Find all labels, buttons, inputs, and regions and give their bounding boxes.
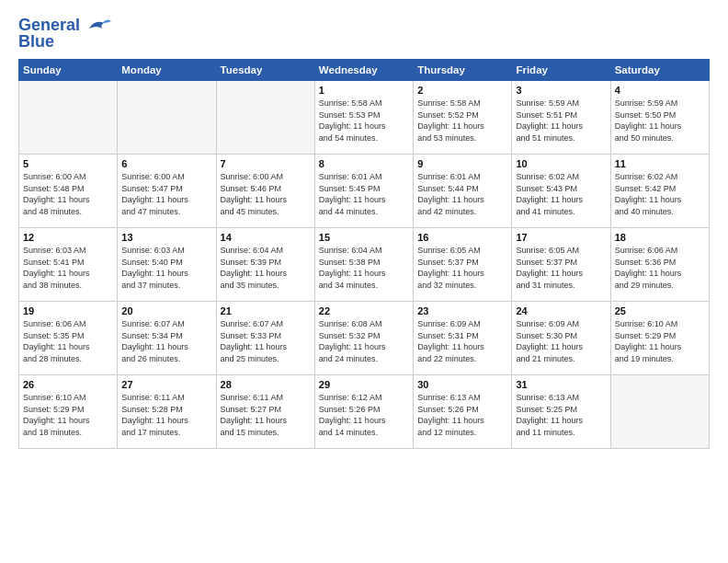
calendar-cell: 19Sunrise: 6:06 AM Sunset: 5:35 PM Dayli… [19, 302, 118, 375]
calendar-cell: 23Sunrise: 6:09 AM Sunset: 5:31 PM Dayli… [414, 302, 512, 375]
day-info: Sunrise: 6:11 AM Sunset: 5:27 PM Dayligh… [221, 392, 311, 438]
weekday-header: Friday [512, 60, 610, 81]
logo-bird-icon [82, 16, 111, 41]
calendar-week-row: 5Sunrise: 6:00 AM Sunset: 5:48 PM Daylig… [19, 155, 710, 228]
calendar-cell: 30Sunrise: 6:13 AM Sunset: 5:26 PM Dayli… [414, 375, 512, 449]
day-number: 21 [221, 305, 311, 316]
calendar-cell: 8Sunrise: 6:01 AM Sunset: 5:45 PM Daylig… [314, 155, 413, 228]
calendar-cell: 22Sunrise: 6:08 AM Sunset: 5:32 PM Dayli… [314, 302, 413, 375]
weekday-header: Saturday [610, 60, 709, 81]
day-number: 8 [319, 158, 409, 169]
calendar-cell: 29Sunrise: 6:12 AM Sunset: 5:26 PM Dayli… [314, 375, 413, 449]
day-info: Sunrise: 6:01 AM Sunset: 5:45 PM Dayligh… [319, 171, 409, 217]
day-number: 25 [615, 305, 705, 316]
day-info: Sunrise: 6:00 AM Sunset: 5:48 PM Dayligh… [23, 171, 113, 217]
logo-blue: Blue [18, 32, 54, 51]
day-info: Sunrise: 6:03 AM Sunset: 5:41 PM Dayligh… [23, 245, 113, 291]
day-number: 17 [516, 232, 606, 243]
day-number: 19 [23, 305, 113, 316]
day-number: 9 [417, 158, 507, 169]
calendar-cell: 28Sunrise: 6:11 AM Sunset: 5:27 PM Dayli… [216, 375, 314, 449]
weekday-header: Sunday [19, 60, 118, 81]
day-number: 5 [23, 158, 113, 169]
day-number: 11 [615, 158, 705, 169]
day-info: Sunrise: 6:05 AM Sunset: 5:37 PM Dayligh… [417, 245, 507, 291]
calendar-cell: 24Sunrise: 6:09 AM Sunset: 5:30 PM Dayli… [512, 302, 610, 375]
day-info: Sunrise: 6:00 AM Sunset: 5:46 PM Dayligh… [221, 171, 311, 217]
calendar-cell: 3Sunrise: 5:59 AM Sunset: 5:51 PM Daylig… [512, 81, 610, 155]
day-number: 12 [23, 232, 113, 243]
day-info: Sunrise: 6:08 AM Sunset: 5:32 PM Dayligh… [319, 318, 409, 364]
day-number: 27 [121, 379, 211, 390]
logo-text: General Blue [18, 17, 80, 50]
day-info: Sunrise: 6:04 AM Sunset: 5:39 PM Dayligh… [221, 245, 311, 291]
calendar-cell: 20Sunrise: 6:07 AM Sunset: 5:34 PM Dayli… [118, 302, 216, 375]
calendar-week-row: 19Sunrise: 6:06 AM Sunset: 5:35 PM Dayli… [19, 302, 710, 375]
day-number: 6 [121, 158, 211, 169]
day-number: 22 [319, 305, 409, 316]
day-info: Sunrise: 6:02 AM Sunset: 5:43 PM Dayligh… [516, 171, 606, 217]
day-info: Sunrise: 5:58 AM Sunset: 5:53 PM Dayligh… [319, 98, 409, 144]
day-info: Sunrise: 6:07 AM Sunset: 5:34 PM Dayligh… [121, 318, 211, 364]
day-info: Sunrise: 6:13 AM Sunset: 5:26 PM Dayligh… [417, 392, 507, 438]
calendar-cell [610, 375, 709, 449]
logo-general: General [18, 16, 80, 34]
day-info: Sunrise: 6:00 AM Sunset: 5:47 PM Dayligh… [121, 171, 211, 217]
calendar-cell: 13Sunrise: 6:03 AM Sunset: 5:40 PM Dayli… [118, 228, 216, 302]
day-number: 15 [319, 232, 409, 243]
calendar-cell: 11Sunrise: 6:02 AM Sunset: 5:42 PM Dayli… [610, 155, 709, 228]
calendar-cell [19, 81, 118, 155]
day-number: 16 [417, 232, 507, 243]
calendar-header-row: SundayMondayTuesdayWednesdayThursdayFrid… [19, 60, 710, 81]
day-number: 26 [23, 379, 113, 390]
calendar-cell: 16Sunrise: 6:05 AM Sunset: 5:37 PM Dayli… [414, 228, 512, 302]
calendar-table: SundayMondayTuesdayWednesdayThursdayFrid… [18, 59, 710, 449]
calendar-cell: 10Sunrise: 6:02 AM Sunset: 5:43 PM Dayli… [512, 155, 610, 228]
day-number: 14 [221, 232, 311, 243]
day-info: Sunrise: 6:02 AM Sunset: 5:42 PM Dayligh… [615, 171, 705, 217]
day-number: 24 [516, 305, 606, 316]
day-number: 18 [615, 232, 705, 243]
weekday-header: Wednesday [314, 60, 413, 81]
day-info: Sunrise: 5:58 AM Sunset: 5:52 PM Dayligh… [417, 98, 507, 144]
calendar-cell: 18Sunrise: 6:06 AM Sunset: 5:36 PM Dayli… [610, 228, 709, 302]
day-number: 7 [221, 158, 311, 169]
day-number: 3 [516, 85, 606, 96]
day-info: Sunrise: 6:10 AM Sunset: 5:29 PM Dayligh… [615, 318, 705, 364]
day-number: 29 [319, 379, 409, 390]
day-info: Sunrise: 6:06 AM Sunset: 5:36 PM Dayligh… [615, 245, 705, 291]
day-info: Sunrise: 6:09 AM Sunset: 5:30 PM Dayligh… [516, 318, 606, 364]
calendar-cell: 31Sunrise: 6:13 AM Sunset: 5:25 PM Dayli… [512, 375, 610, 449]
header: General Blue [18, 17, 710, 50]
day-number: 31 [516, 379, 606, 390]
calendar-cell [216, 81, 314, 155]
weekday-header: Monday [118, 60, 216, 81]
day-number: 23 [417, 305, 507, 316]
calendar-cell: 27Sunrise: 6:11 AM Sunset: 5:28 PM Dayli… [118, 375, 216, 449]
day-info: Sunrise: 6:06 AM Sunset: 5:35 PM Dayligh… [23, 318, 113, 364]
calendar-week-row: 1Sunrise: 5:58 AM Sunset: 5:53 PM Daylig… [19, 81, 710, 155]
calendar-cell: 26Sunrise: 6:10 AM Sunset: 5:29 PM Dayli… [19, 375, 118, 449]
day-number: 30 [417, 379, 507, 390]
day-info: Sunrise: 6:07 AM Sunset: 5:33 PM Dayligh… [221, 318, 311, 364]
calendar-cell [118, 81, 216, 155]
calendar-cell: 4Sunrise: 5:59 AM Sunset: 5:50 PM Daylig… [610, 81, 709, 155]
calendar-cell: 6Sunrise: 6:00 AM Sunset: 5:47 PM Daylig… [118, 155, 216, 228]
day-info: Sunrise: 6:09 AM Sunset: 5:31 PM Dayligh… [417, 318, 507, 364]
calendar-cell: 14Sunrise: 6:04 AM Sunset: 5:39 PM Dayli… [216, 228, 314, 302]
logo: General Blue [18, 17, 111, 50]
calendar-cell: 9Sunrise: 6:01 AM Sunset: 5:44 PM Daylig… [414, 155, 512, 228]
day-info: Sunrise: 6:04 AM Sunset: 5:38 PM Dayligh… [319, 245, 409, 291]
day-info: Sunrise: 6:13 AM Sunset: 5:25 PM Dayligh… [516, 392, 606, 438]
calendar-cell: 7Sunrise: 6:00 AM Sunset: 5:46 PM Daylig… [216, 155, 314, 228]
calendar-cell: 5Sunrise: 6:00 AM Sunset: 5:48 PM Daylig… [19, 155, 118, 228]
day-info: Sunrise: 6:12 AM Sunset: 5:26 PM Dayligh… [319, 392, 409, 438]
calendar-cell: 21Sunrise: 6:07 AM Sunset: 5:33 PM Dayli… [216, 302, 314, 375]
day-info: Sunrise: 6:10 AM Sunset: 5:29 PM Dayligh… [23, 392, 113, 438]
calendar-week-row: 26Sunrise: 6:10 AM Sunset: 5:29 PM Dayli… [19, 375, 710, 449]
calendar-cell: 15Sunrise: 6:04 AM Sunset: 5:38 PM Dayli… [314, 228, 413, 302]
day-info: Sunrise: 5:59 AM Sunset: 5:50 PM Dayligh… [615, 98, 705, 144]
day-number: 2 [417, 85, 507, 96]
calendar-cell: 25Sunrise: 6:10 AM Sunset: 5:29 PM Dayli… [610, 302, 709, 375]
day-number: 4 [615, 85, 705, 96]
